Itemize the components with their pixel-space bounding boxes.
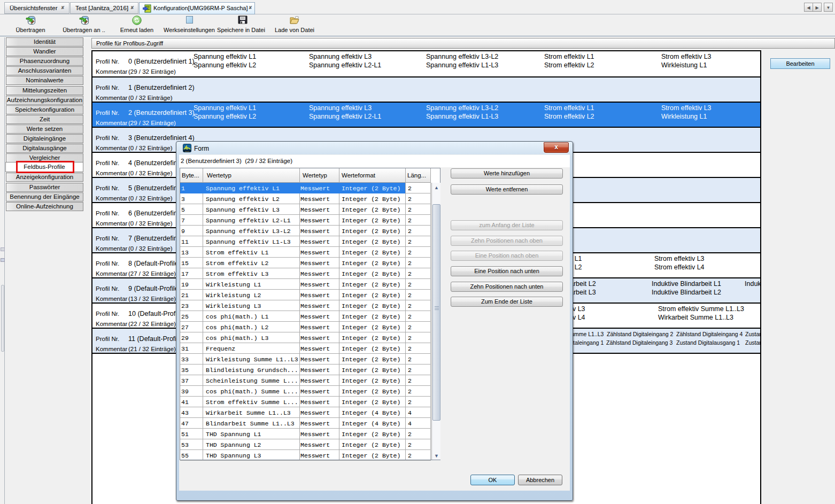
svg-text:GridVis: GridVis: [185, 151, 190, 152]
